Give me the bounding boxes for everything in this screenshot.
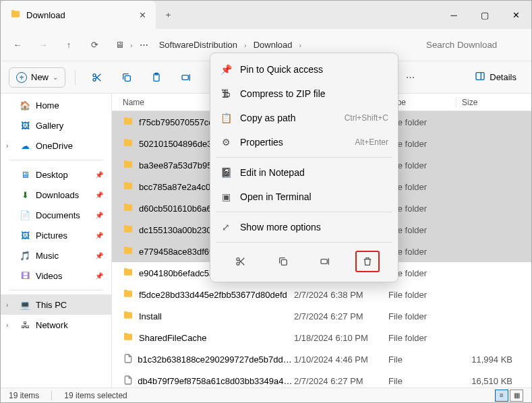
up-button[interactable]: ↑ [56, 34, 82, 57]
pin-icon[interactable]: 📌 [95, 232, 103, 239]
breadcrumb-seg-1[interactable]: SoftwareDistribution [155, 37, 241, 53]
pin-icon[interactable]: 📌 [95, 212, 103, 219]
sidebar-item-videos[interactable]: 🎞Videos📌 [1, 266, 111, 286]
close-tab-button[interactable]: ✕ [139, 10, 146, 20]
column-header-type[interactable]: Type [388, 98, 456, 107]
close-window-button[interactable]: ✕ [500, 1, 531, 29]
details-view-button[interactable]: ≡ [495, 390, 508, 402]
forward-button[interactable]: → [30, 34, 56, 57]
refresh-button[interactable]: ⟳ [82, 34, 107, 57]
folder-icon [123, 267, 134, 280]
file-type: File folder [388, 182, 456, 192]
svg-rect-9 [281, 259, 287, 265]
icons-view-button[interactable]: ▦ [510, 390, 523, 402]
context-menu: 📌 Pin to Quick access 🗜 Compress to ZIP … [210, 53, 398, 282]
pin-icon[interactable]: 📌 [95, 191, 103, 199]
sidebar-item-desktop[interactable]: 🖥Desktop📌 [1, 164, 111, 185]
new-label: New [31, 72, 49, 82]
window-controls: ─ ▢ ✕ [438, 1, 531, 29]
column-header-size[interactable]: Size [456, 98, 526, 107]
file-type: File folder [388, 268, 456, 278]
copy-button[interactable] [115, 66, 139, 89]
details-button[interactable]: Details [468, 67, 523, 88]
breadcrumb-ellipsis[interactable]: ⋯ [136, 37, 152, 53]
svg-rect-2 [125, 75, 130, 81]
search-input[interactable] [419, 36, 527, 54]
file-type: File [388, 376, 456, 386]
file-type: File folder [388, 139, 456, 149]
chevron-right-icon[interactable]: › [6, 321, 8, 329]
file-type: File folder [388, 311, 456, 321]
ctx-show-more-options[interactable]: ⤢ Show more options [210, 215, 398, 239]
gallery-icon: 🖼 [20, 120, 30, 131]
monitor-icon[interactable]: 🖥 [111, 34, 127, 57]
pin-icon[interactable]: 📌 [95, 171, 103, 179]
ctx-properties[interactable]: ⚙ Properties Alt+Enter [210, 130, 398, 154]
separator [216, 242, 392, 243]
table-row[interactable]: f5dce28bd33d445e2fbb53677d80defd2/7/2024… [112, 284, 531, 305]
view-mode-buttons: ≡ ▦ [495, 390, 523, 402]
file-size: 16,510 KB [456, 376, 526, 386]
sidebar-item-documents[interactable]: 📄Documents📌 [1, 205, 111, 225]
sidebar-item-this-pc[interactable]: ›💻This PC [1, 294, 111, 315]
ctx-delete-button[interactable] [355, 251, 380, 272]
svg-rect-6 [476, 73, 484, 80]
sidebar-item-network[interactable]: ›🖧Network [1, 315, 111, 335]
file-date: 2/7/2024 6:27 PM [294, 311, 388, 321]
videos-icon: 🎞 [20, 270, 30, 281]
rename-button[interactable] [174, 66, 198, 89]
documents-icon: 📄 [20, 210, 30, 220]
more-button[interactable]: ⋯ [398, 66, 422, 89]
status-bar: 19 items 19 items selected ≡ ▦ [1, 388, 531, 402]
table-row[interactable]: b1c32b638188ce290299727de5b7dde7ebf...1/… [112, 348, 531, 370]
file-type: File [388, 354, 456, 365]
sidebar-item-downloads[interactable]: ⬇Downloads📌 [1, 185, 111, 205]
pin-icon[interactable]: 📌 [95, 272, 103, 280]
onedrive-icon: ☁ [20, 140, 30, 151]
sidebar-item-onedrive[interactable]: ›☁OneDrive [1, 135, 111, 156]
this-pc-icon: 💻 [20, 299, 30, 310]
ctx-open-terminal[interactable]: ▣ Open in Terminal [210, 185, 398, 209]
file-type: File folder [388, 204, 456, 214]
maximize-button[interactable]: ▢ [469, 1, 500, 29]
terminal-icon: ▣ [220, 191, 232, 203]
separator [9, 160, 103, 160]
table-row[interactable]: db4b79f79ef8758a61c8d03bb3349a4cfd9e...2… [112, 370, 531, 389]
ctx-edit-notepad[interactable]: 📓 Edit in Notepad [210, 160, 398, 185]
sidebar-item-gallery[interactable]: 🖼Gallery [1, 115, 111, 135]
back-button[interactable]: ← [5, 34, 30, 57]
folder-icon [123, 332, 134, 344]
ctx-rename-button[interactable] [313, 251, 337, 272]
sidebar-item-home[interactable]: 🏠Home [1, 95, 111, 115]
table-row[interactable]: Install2/7/2024 6:27 PMFile folder [112, 305, 531, 327]
ctx-copy-as-path[interactable]: 📋 Copy as path Ctrl+Shift+C [210, 106, 398, 130]
new-tab-button[interactable]: ＋ [156, 9, 181, 21]
status-item-count: 19 items [9, 391, 39, 400]
chevron-right-icon[interactable]: › [6, 142, 8, 150]
ctx-copy-button[interactable] [271, 251, 295, 272]
new-button[interactable]: + New ⌄ [9, 67, 65, 88]
ctx-cut-button[interactable] [229, 251, 253, 272]
minimize-button[interactable]: ─ [438, 1, 469, 29]
cut-button[interactable] [85, 66, 109, 89]
sidebar-item-music[interactable]: 🎵Music📌 [1, 245, 111, 266]
ctx-pin-to-quick-access[interactable]: 📌 Pin to Quick access [210, 57, 398, 82]
title-bar: Download ✕ ＋ ─ ▢ ✕ [1, 1, 531, 29]
pin-icon[interactable]: 📌 [95, 252, 103, 259]
folder-icon [123, 224, 134, 237]
file-type: File folder [388, 225, 456, 235]
paste-button[interactable] [144, 66, 169, 89]
file-type: File folder [388, 333, 456, 343]
breadcrumb-seg-2[interactable]: Download [249, 37, 297, 53]
window-tab[interactable]: Download ✕ [1, 1, 156, 29]
zip-icon: 🗜 [220, 88, 232, 100]
table-row[interactable]: SharedFileCache1/18/2024 6:10 PMFile fol… [112, 327, 531, 348]
ctx-compress-zip[interactable]: 🗜 Compress to ZIP file [210, 82, 398, 106]
folder-icon [123, 181, 134, 193]
separator [216, 157, 392, 158]
chevron-right-icon[interactable]: › [6, 301, 8, 309]
file-date: 1/18/2024 6:10 PM [294, 333, 388, 343]
file-icon [123, 353, 132, 366]
file-type: File folder [388, 160, 456, 170]
sidebar-item-pictures[interactable]: 🖼Pictures📌 [1, 225, 111, 245]
